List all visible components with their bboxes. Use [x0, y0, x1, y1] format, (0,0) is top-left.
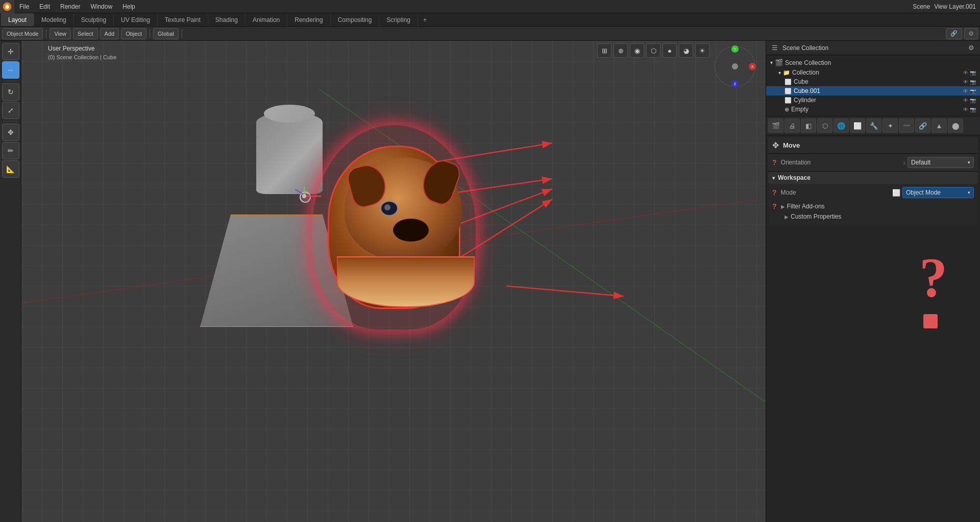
- tab-texture-paint[interactable]: Texture Paint: [158, 13, 208, 26]
- workspace-tabs: Layout Modeling Sculpting UV Editing Tex…: [0, 13, 980, 27]
- tab-compositing[interactable]: Compositing: [331, 13, 380, 26]
- empty-render-icon[interactable]: 📷: [970, 107, 976, 112]
- filter-question-mark[interactable]: ?: [772, 202, 777, 210]
- viewport-3d[interactable]: User Perspective (0) Scene Collection | …: [21, 41, 766, 522]
- outliner-menu[interactable]: ☰: [769, 42, 780, 54]
- props-particles-tab[interactable]: ✦: [883, 118, 898, 133]
- viewport-overlay-toggle[interactable]: ◉: [630, 43, 644, 58]
- viewport-overlay-grid[interactable]: ⊞: [597, 43, 611, 58]
- props-render-tab[interactable]: 🎬: [768, 118, 783, 133]
- cube-render-icon[interactable]: 📷: [970, 79, 976, 85]
- props-material-tab[interactable]: ⬤: [948, 118, 963, 133]
- props-data-tab[interactable]: ▲: [932, 118, 947, 133]
- view-layer-name: View Layer.001: [934, 3, 976, 10]
- outliner-collection[interactable]: ▾ 📁 Collection 👁 📷: [766, 68, 980, 77]
- scene-collection-label: Scene Collection: [785, 59, 831, 66]
- cylinder-eye-icon[interactable]: 👁: [963, 98, 968, 103]
- nav-y-axis[interactable]: Y: [731, 45, 739, 53]
- viewport-overlay-normals[interactable]: ⊕: [614, 43, 628, 58]
- mode-question-mark[interactable]: ?: [772, 188, 777, 197]
- viewport-shading-render[interactable]: ☀: [695, 43, 709, 58]
- empty-eye-icon[interactable]: 👁: [963, 107, 968, 112]
- navigation-gizmo[interactable]: X Y Z: [715, 46, 761, 92]
- nav-x-axis[interactable]: X: [749, 63, 756, 70]
- cube001-render-icon[interactable]: 📷: [970, 88, 976, 94]
- eye-icon[interactable]: 👁: [963, 70, 968, 76]
- render-icon[interactable]: 📷: [970, 70, 976, 76]
- cube001-eye-icon[interactable]: 👁: [963, 88, 968, 94]
- custom-properties-item[interactable]: ▶ Custom Properties: [772, 211, 974, 222]
- props-constraints-tab[interactable]: 🔗: [915, 118, 930, 133]
- tool-separator: [4, 81, 18, 81]
- menu-render[interactable]: Render: [55, 0, 85, 13]
- tab-animation[interactable]: Animation: [246, 13, 287, 26]
- nav-circle[interactable]: X Y Z: [715, 46, 755, 87]
- add-workspace-button[interactable]: +: [418, 16, 432, 23]
- cylinder-render-icon[interactable]: 📷: [970, 98, 976, 103]
- props-output-tab[interactable]: 🖨: [785, 118, 800, 133]
- custom-properties-label: Custom Properties: [791, 213, 841, 220]
- rotate-tool[interactable]: ↻: [2, 83, 19, 101]
- add-menu[interactable]: Add: [100, 28, 119, 39]
- outliner-cube[interactable]: ⬜ Cube 👁 📷: [766, 77, 980, 86]
- proportional-edit[interactable]: ⊙: [964, 28, 978, 39]
- mode-selector[interactable]: Object Mode: [2, 28, 43, 39]
- cursor-tool[interactable]: ✛: [2, 43, 19, 60]
- outliner-empty[interactable]: ⊕ Empty 👁 📷: [766, 105, 980, 114]
- viewport-shading-wire[interactable]: ⬡: [646, 43, 660, 58]
- snap-toggle[interactable]: 🔗: [946, 28, 962, 39]
- tab-sculpting[interactable]: Sculpting: [74, 13, 114, 26]
- outliner-cube001[interactable]: ⬜ Cube.001 👁 📷: [766, 86, 980, 96]
- orientation-question-mark[interactable]: ?: [772, 158, 777, 167]
- cube-eye-icon[interactable]: 👁: [963, 79, 968, 85]
- transform-selector[interactable]: Global: [153, 28, 179, 39]
- props-scene-tab[interactable]: ⬡: [817, 118, 832, 133]
- orientation-dropdown[interactable]: Default ▾: [908, 157, 974, 168]
- move-tool[interactable]: ↔: [2, 61, 19, 79]
- tab-uv-editing[interactable]: UV Editing: [114, 13, 158, 26]
- mode-chevron: ▾: [968, 190, 970, 195]
- props-modifier-tab[interactable]: 🔧: [866, 118, 881, 133]
- cylinder-name: Cylinder: [794, 97, 963, 104]
- menu-help[interactable]: Help: [117, 0, 140, 13]
- viewport-shading-material[interactable]: ◕: [679, 43, 693, 58]
- menu-window[interactable]: Window: [85, 0, 117, 13]
- object-menu[interactable]: Object: [121, 28, 146, 39]
- props-object-tab[interactable]: ⬜: [850, 118, 865, 133]
- props-physics-tab[interactable]: 〰: [899, 118, 914, 133]
- view-menu[interactable]: View: [50, 28, 71, 39]
- annotate-tool[interactable]: ✏: [2, 142, 19, 159]
- properties-icon-bar: 🎬 🖨 ◧ ⬡ 🌐 ⬜ 🔧 ✦ 〰 🔗 ▲ ⬤: [766, 116, 980, 135]
- scale-tool[interactable]: ⤢: [2, 102, 19, 119]
- measure-tool[interactable]: 📐: [2, 160, 19, 178]
- props-view-layer-tab[interactable]: ◧: [801, 118, 816, 133]
- viewport-breadcrumb: (0) Scene Collection | Cube: [48, 54, 116, 60]
- transform-tool[interactable]: ✥: [2, 124, 19, 141]
- outliner-cylinder[interactable]: ⬜ Cylinder 👁 📷: [766, 96, 980, 105]
- cube-name: Cube: [794, 78, 963, 85]
- props-world-tab[interactable]: 🌐: [834, 118, 849, 133]
- tab-layout[interactable]: Layout: [1, 13, 34, 26]
- tab-modeling[interactable]: Modeling: [34, 13, 74, 26]
- menu-file[interactable]: File: [14, 0, 34, 13]
- filter-addons-item[interactable]: ▶ Filter Add-ons: [777, 201, 974, 211]
- select-menu[interactable]: Select: [73, 28, 98, 39]
- workspace-section-header[interactable]: ▾ Workspace: [768, 172, 978, 184]
- top-menubar: File Edit Render Window Help Scene View …: [0, 0, 980, 13]
- outliner-title: Scene Collection: [782, 44, 828, 52]
- menu-bar-items: File Edit Render Window Help: [14, 0, 140, 13]
- tab-scripting[interactable]: Scripting: [379, 13, 418, 26]
- tab-rendering[interactable]: Rendering: [287, 13, 330, 26]
- active-tool-header: ✥ Move: [768, 137, 978, 154]
- menu-edit[interactable]: Edit: [34, 0, 55, 13]
- main-layout: ✛ ↔ ↻ ⤢ ✥ ✏ 📐: [0, 41, 980, 522]
- empty-visibility-icons: 👁 📷: [963, 107, 976, 112]
- outliner-filter[interactable]: ⚙: [966, 42, 977, 54]
- mode-dropdown[interactable]: Object Mode ▾: [902, 187, 974, 198]
- scene-collection-root[interactable]: ▾ 🎬 Scene Collection: [766, 57, 980, 68]
- svg-point-2: [6, 4, 8, 6]
- nav-z-axis[interactable]: Z: [731, 80, 739, 87]
- tab-shading[interactable]: Shading: [208, 13, 246, 26]
- viewport-shading-solid[interactable]: ●: [663, 43, 677, 58]
- left-toolbar: ✛ ↔ ↻ ⤢ ✥ ✏ 📐: [0, 41, 21, 522]
